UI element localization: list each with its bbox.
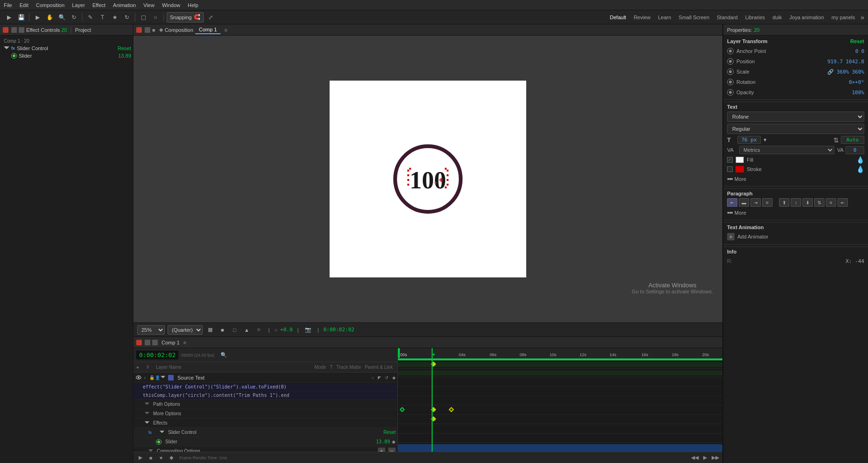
snapping-toggle[interactable]: Snapping 🧲 <box>167 12 204 22</box>
anchor-point-y[interactable]: 0 <box>861 48 864 54</box>
toolbar-puppet[interactable]: ○ <box>150 12 161 22</box>
layer-1-reset[interactable]: ↺ <box>385 375 389 380</box>
timeline-transport-3[interactable]: ▶▶ <box>711 454 720 462</box>
keyframe-slider[interactable] <box>431 416 436 421</box>
ctrl-safe-zones[interactable]: □ <box>230 325 239 335</box>
scale-link-icon[interactable]: 🔗 <box>827 69 834 75</box>
layer-1-name[interactable]: Source Text <box>177 375 370 381</box>
fill-eyedropper[interactable]: 💧 <box>856 156 864 164</box>
ctrl-grid[interactable]: ▦ <box>206 325 215 335</box>
keyframe-start[interactable] <box>399 407 405 412</box>
comp-tab[interactable]: Comp 1 <box>195 26 221 34</box>
anchor-point-x[interactable]: 0 <box>855 48 859 54</box>
slider-control-reset[interactable]: Reset <box>118 45 131 51</box>
style-selector[interactable]: Regular <box>727 124 864 134</box>
panel-icon-2[interactable] <box>19 27 24 33</box>
menu-window[interactable]: Window <box>162 2 180 8</box>
ctrl-transparency[interactable]: ◾ <box>254 325 264 335</box>
align-distributed-btn[interactable]: ⇅ <box>814 198 824 207</box>
layer-1-vis[interactable] <box>135 374 142 381</box>
align-top-btn[interactable]: ⬆ <box>779 198 789 207</box>
timeline-transport-2[interactable]: ▶ <box>701 454 709 462</box>
font-size-dropdown[interactable]: ▼ <box>763 137 767 142</box>
sublayer-effects[interactable]: Effects <box>133 418 397 428</box>
align-force-btn[interactable]: ≡ <box>826 198 836 207</box>
font-size-value[interactable]: 76 px <box>737 136 761 144</box>
comp-panel-close[interactable] <box>136 27 142 33</box>
menu-view[interactable]: View <box>143 2 154 8</box>
fill-checkbox[interactable]: ✓ <box>727 157 733 163</box>
paragraph-more-btn[interactable]: ••• More <box>723 208 868 218</box>
scale-y[interactable]: 360% <box>852 69 865 75</box>
comp-tab-menu[interactable]: ≡ <box>224 27 227 33</box>
panel-icon-1[interactable] <box>11 27 17 33</box>
workspace-my-panels[interactable]: my panels <box>830 14 857 21</box>
panel-close-btn[interactable] <box>3 27 8 33</box>
effect-slider-control-row[interactable]: fx Slider Control Reset <box>0 45 133 52</box>
align-center-btn[interactable]: ▬ <box>739 198 749 207</box>
font-selector[interactable]: Rofane <box>727 112 864 122</box>
timeline-btn-2[interactable]: ■ <box>147 454 155 462</box>
align-bottom-btn[interactable]: ⬇ <box>802 198 813 207</box>
timeline-icon2[interactable] <box>152 340 158 345</box>
ctrl-ruler[interactable]: ■ <box>218 325 227 335</box>
sublayer-slider-ctrl[interactable]: fx Slider Control Reset <box>133 428 397 437</box>
slider-value[interactable]: 13.89 <box>376 439 390 444</box>
timeline-btn-3[interactable]: ♥ <box>157 454 165 462</box>
position-x[interactable]: 919.7 <box>827 59 843 65</box>
timeline-icon1[interactable] <box>145 340 150 345</box>
auto-leading-value[interactable]: Auto <box>841 136 864 144</box>
menu-effect[interactable]: Effect <box>92 2 105 8</box>
timeline-search-btn[interactable]: 🔍 <box>219 351 228 360</box>
timeline-menu[interactable]: ≡ <box>184 340 186 345</box>
slider-ctrl-reset[interactable]: Reset <box>383 430 396 435</box>
timeline-timecode[interactable]: 0:00:02:02 <box>136 351 178 359</box>
menu-composition[interactable]: Composition <box>36 2 65 8</box>
add-animator-label[interactable]: Add Animator <box>737 234 768 239</box>
va-metrics-select[interactable]: MetricsOptical <box>739 146 834 154</box>
toolbar-hand[interactable]: ✋ <box>44 12 55 22</box>
effect-controls-title[interactable]: Effect Controls 20 <box>26 27 67 33</box>
project-tab[interactable]: Project <box>75 27 91 33</box>
workspace-small-screen[interactable]: Small Screen <box>677 14 711 21</box>
quality-select[interactable]: (Quarter)(Half)(Full) <box>168 325 203 335</box>
position-y[interactable]: 1042.8 <box>846 59 864 65</box>
slider-param-row[interactable]: Slider 13.89 <box>0 52 133 60</box>
toolbar-select[interactable]: ▶ <box>32 12 43 22</box>
align-left-btn[interactable]: ⇤ <box>727 198 737 207</box>
keyframe-end[interactable] <box>449 407 454 412</box>
toolbar-text[interactable]: T <box>97 12 108 22</box>
ctrl-snapshot[interactable]: 📷 <box>303 325 313 335</box>
menu-animation[interactable]: Animation <box>113 2 136 8</box>
menu-layer[interactable]: Layer <box>72 2 85 8</box>
ctrl-mask[interactable]: ▲ <box>242 325 251 335</box>
timeline-btn-1[interactable]: ▶ <box>136 454 145 462</box>
comp-exposure-val[interactable]: +0.0 <box>280 327 293 333</box>
align-middle-btn[interactable]: ↕ <box>791 198 801 207</box>
layer-1-row[interactable]: ♪ 🔓 👤 Source Text ○ ◤ ↺ ◆ <box>133 373 397 383</box>
keyframe-current[interactable] <box>431 407 436 412</box>
toolbar-expand[interactable]: ⤢ <box>206 12 216 22</box>
menu-file[interactable]: File <box>4 2 12 8</box>
opacity-value[interactable]: 100% <box>852 90 865 96</box>
slider-keyframe-icon[interactable] <box>156 439 162 445</box>
toolbar-pen[interactable]: ✎ <box>85 12 96 22</box>
menu-edit[interactable]: Edit <box>20 2 29 8</box>
toolbar-clone[interactable]: ↻ <box>122 12 132 22</box>
toolbar-shape[interactable]: ▢ <box>138 12 148 22</box>
menu-help[interactable]: Help <box>188 2 199 8</box>
sublayer-more-options[interactable]: More Options <box>133 409 397 418</box>
toolbar-open[interactable]: 💾 <box>16 12 26 22</box>
composition-viewport[interactable]: 100 <box>133 36 722 322</box>
compositing-add-btn[interactable]: + <box>378 448 385 452</box>
sublayer-compositing[interactable]: Compositing Options + − <box>133 447 397 452</box>
add-animator-btn[interactable]: + <box>727 233 735 240</box>
slider-keyframe-nav[interactable]: ◆ <box>392 439 396 444</box>
slider-param-value[interactable]: 13.89 <box>118 53 131 59</box>
toolbar-zoom[interactable]: 🔍 <box>57 12 67 22</box>
comp-timecode[interactable]: 0:00:02:02 <box>324 327 354 333</box>
timeline-btn-4[interactable]: ◆ <box>167 454 176 462</box>
fill-swatch[interactable] <box>736 157 744 163</box>
toolbar-new-comp[interactable]: ▶ <box>4 12 14 22</box>
workspace-libraries[interactable]: Libraries <box>743 14 767 21</box>
